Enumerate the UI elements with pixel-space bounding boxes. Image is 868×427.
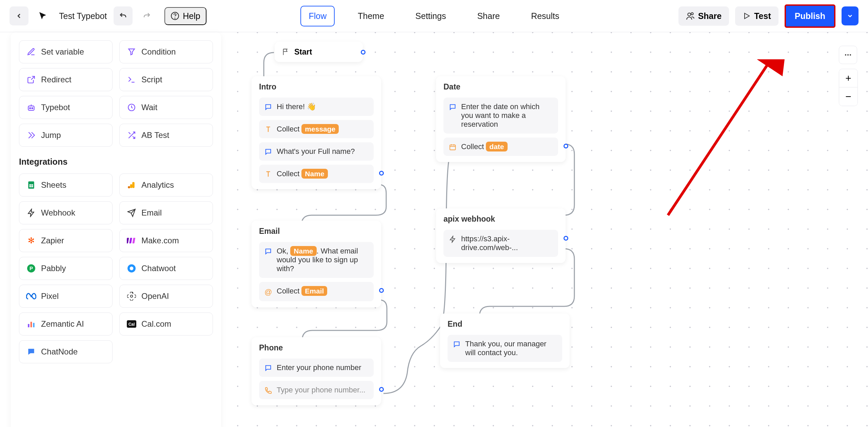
- zoom-in-button[interactable]: +: [839, 69, 857, 87]
- main-canvas: Set variable Condition Redirect Script T…: [0, 32, 868, 427]
- text-input-icon: [264, 125, 273, 133]
- openai-icon: [126, 291, 137, 301]
- people-icon: [686, 12, 695, 20]
- svg-rect-24: [31, 322, 32, 327]
- logic-blocks: Set variable Condition Redirect Script T…: [19, 40, 213, 147]
- input-email[interactable]: @Collect Email: [259, 282, 374, 301]
- tab-results[interactable]: Results: [523, 6, 567, 26]
- block-webhook[interactable]: Webhook: [19, 201, 113, 224]
- flow-start-node[interactable]: Start: [275, 42, 363, 62]
- webhook-block[interactable]: https://s3.apix-drive.com/web-...: [443, 230, 558, 257]
- play-icon: [743, 12, 751, 20]
- output-port[interactable]: [564, 236, 568, 241]
- zoom-out-button[interactable]: −: [839, 87, 857, 106]
- block-redirect[interactable]: Redirect: [19, 68, 113, 91]
- block-sheets[interactable]: Sheets: [19, 174, 113, 197]
- block-condition[interactable]: Condition: [119, 40, 213, 63]
- block-chatnode[interactable]: ChatNode: [19, 340, 113, 363]
- svg-point-21: [130, 267, 134, 270]
- pointer-tool-button[interactable]: [33, 6, 52, 25]
- svg-point-2: [688, 13, 691, 16]
- block-zemantic[interactable]: Zemantic AI: [19, 312, 113, 336]
- block-jump[interactable]: Jump: [19, 124, 113, 147]
- bubble-text[interactable]: Enter your phone number: [259, 359, 374, 377]
- node-title: Date: [443, 82, 558, 92]
- svg-point-14: [128, 186, 130, 188]
- node-title: Email: [259, 227, 374, 236]
- output-port[interactable]: [379, 171, 384, 176]
- chat-icon: [264, 147, 273, 156]
- test-button[interactable]: Test: [735, 6, 778, 26]
- input-date[interactable]: Collect date: [443, 138, 558, 156]
- block-zapier[interactable]: ✻Zapier: [19, 229, 113, 252]
- svg-rect-25: [33, 323, 34, 327]
- phone-icon: [264, 386, 273, 394]
- svg-rect-13: [130, 184, 133, 188]
- bubble-text[interactable]: What's your Full name?: [259, 142, 374, 161]
- plus-icon: +: [845, 73, 851, 84]
- share-button[interactable]: Share: [678, 6, 729, 26]
- publish-dropdown-button[interactable]: [842, 6, 859, 25]
- flow-node-email[interactable]: Email Ok, Name. What email would you lik…: [252, 221, 381, 307]
- flow-node-intro[interactable]: Intro Hi there! 👋 Collect message What's…: [252, 76, 381, 189]
- undo-button[interactable]: [114, 6, 133, 25]
- svg-rect-23: [28, 324, 29, 327]
- block-analytics[interactable]: Analytics: [119, 174, 213, 197]
- block-script[interactable]: Script: [119, 68, 213, 91]
- svg-rect-4: [28, 106, 34, 110]
- pabbly-icon: P: [26, 263, 36, 273]
- output-port[interactable]: [379, 288, 384, 293]
- svg-rect-16: [129, 238, 132, 243]
- input-text[interactable]: Collect Name: [259, 165, 374, 183]
- send-icon: [126, 208, 137, 218]
- block-make[interactable]: Make.com: [119, 229, 213, 252]
- block-chatwoot[interactable]: Chatwoot: [119, 257, 213, 280]
- help-button[interactable]: Help: [164, 7, 206, 25]
- input-text[interactable]: Collect message: [259, 120, 374, 138]
- chatwoot-icon: [126, 263, 137, 273]
- tab-share[interactable]: Share: [469, 6, 508, 26]
- svg-point-1: [175, 18, 175, 18]
- block-calcom[interactable]: CalCal.com: [119, 312, 213, 336]
- canvas-toolbar: + −: [839, 46, 858, 106]
- redo-button[interactable]: [137, 6, 156, 25]
- redo-icon: [143, 12, 151, 20]
- test-label: Test: [754, 11, 771, 21]
- bubble-text[interactable]: Hi there! 👋: [259, 98, 374, 116]
- external-link-icon: [26, 75, 36, 85]
- output-port[interactable]: [564, 144, 568, 148]
- flow-node-webhook[interactable]: apix webhook https://s3.apix-drive.com/w…: [436, 208, 566, 263]
- publish-button[interactable]: Publish: [785, 4, 835, 28]
- more-options-button[interactable]: [839, 46, 857, 64]
- block-pixel[interactable]: Pixel: [19, 285, 113, 308]
- block-ab-test[interactable]: AB Test: [119, 124, 213, 147]
- flow-node-phone[interactable]: Phone Enter your phone number Type your …: [252, 337, 381, 405]
- block-set-variable[interactable]: Set variable: [19, 40, 113, 63]
- tab-theme[interactable]: Theme: [350, 6, 392, 26]
- back-button[interactable]: [9, 6, 28, 25]
- block-openai[interactable]: OpenAI: [119, 285, 213, 308]
- svg-point-22: [131, 295, 133, 298]
- bubble-text[interactable]: Enter the date on which you want to make…: [443, 98, 558, 134]
- flow-node-end[interactable]: End Thank you, our manager will contact …: [440, 313, 570, 368]
- header-left: Test Typebot Help: [9, 6, 300, 25]
- svg-point-30: [847, 54, 849, 56]
- input-phone[interactable]: Type your phone number...: [259, 381, 374, 399]
- bubble-text[interactable]: Thank you, our manager will contact you.: [448, 335, 562, 362]
- block-pabbly[interactable]: PPabbly: [19, 257, 113, 280]
- block-wait[interactable]: Wait: [119, 96, 213, 119]
- flow-node-date[interactable]: Date Enter the date on which you want to…: [436, 76, 566, 162]
- bubble-text[interactable]: Ok, Name. What email would you like to s…: [259, 242, 374, 278]
- output-port[interactable]: [379, 387, 384, 392]
- chat-icon: [264, 247, 273, 255]
- tab-flow[interactable]: Flow: [300, 6, 335, 26]
- block-email[interactable]: Email: [119, 201, 213, 224]
- zoom-controls: + −: [839, 69, 858, 106]
- shuffle-icon: [126, 130, 137, 140]
- tab-settings[interactable]: Settings: [407, 6, 454, 26]
- block-typebot[interactable]: Typebot: [19, 96, 113, 119]
- output-port[interactable]: [361, 50, 366, 55]
- chat-icon: [264, 102, 273, 111]
- bot-title[interactable]: Test Typebot: [57, 11, 109, 21]
- help-icon: [171, 12, 179, 20]
